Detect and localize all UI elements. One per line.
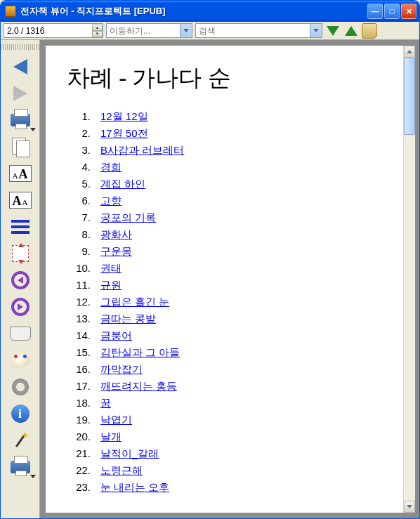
toolbar-grip[interactable]	[1, 44, 39, 50]
toc-item: 19.낙엽기	[67, 412, 382, 428]
toc-link[interactable]: 17원 50전	[100, 125, 148, 142]
toc-link[interactable]: 금붕어	[100, 327, 132, 344]
toc-link[interactable]: 꿈	[100, 395, 111, 412]
scroll-document-icon[interactable]	[362, 23, 377, 39]
toc-link[interactable]: 경희	[100, 159, 122, 176]
search-input[interactable]	[196, 24, 310, 37]
search-combo[interactable]	[195, 23, 322, 38]
prev-chapter-button[interactable]	[6, 268, 34, 293]
toc-item: 4.경희	[67, 159, 382, 176]
toc-number: 19.	[67, 412, 100, 428]
library-button[interactable]	[6, 321, 34, 346]
theme-button[interactable]	[6, 348, 34, 373]
navigate-dropdown-icon[interactable]	[180, 24, 192, 37]
minimize-button[interactable]: —	[367, 4, 383, 19]
vertical-scrollbar[interactable]	[403, 46, 415, 513]
printer-icon	[11, 114, 30, 126]
scroll-thumb[interactable]	[404, 58, 415, 135]
wand-icon	[11, 431, 29, 449]
toc-link[interactable]: 그립은 흘긴 눈	[100, 294, 169, 310]
info-button[interactable]: i	[6, 401, 34, 426]
circle-right-icon	[11, 298, 29, 316]
toc-number: 17.	[67, 378, 100, 395]
toc-number: 2.	[67, 125, 100, 142]
font-increase-button[interactable]: AA	[6, 161, 34, 186]
circle-left-icon	[11, 271, 29, 289]
toc-link[interactable]: 12월 12일	[100, 108, 148, 125]
toc-number: 23.	[67, 479, 100, 496]
toc-link[interactable]: 날개	[100, 428, 122, 445]
toc-link[interactable]: 날적이_갈래	[100, 445, 159, 462]
toc-link[interactable]: 금따는 콩밭	[100, 310, 156, 327]
print-button[interactable]	[6, 107, 34, 133]
app-icon	[5, 6, 16, 17]
left-toolbar: AA AA i	[1, 40, 40, 518]
toc-item: 8.광화사	[67, 226, 382, 243]
table-of-contents: 1.12월 12일2.17원 50전3.B사감과 러브레터4.경희5.계집 하인…	[67, 108, 382, 496]
navigate-input[interactable]	[107, 24, 180, 37]
toc-link[interactable]: 권태	[100, 260, 122, 277]
settings-button[interactable]	[6, 374, 34, 400]
toc-number: 14.	[67, 327, 100, 344]
triangle-down-icon	[327, 26, 339, 36]
scroll-track[interactable]	[404, 58, 415, 501]
font-decrease-button[interactable]: AA	[6, 188, 34, 213]
toc-item: 9.구운몽	[67, 243, 382, 260]
window-title: 전자책 뷰어 - 직지프로텍트 [EPUB]	[20, 5, 367, 18]
toc-number: 5.	[67, 176, 100, 192]
back-button[interactable]	[6, 54, 34, 79]
page-input[interactable]	[4, 24, 92, 37]
toc-item: 7.공포의 기록	[67, 209, 382, 226]
toc-number: 1.	[67, 108, 100, 125]
toc-link[interactable]: 구운몽	[100, 243, 132, 260]
maximize-button[interactable]: □	[384, 4, 400, 19]
close-button[interactable]: ✕	[401, 4, 416, 19]
navigate-combo[interactable]	[106, 23, 192, 38]
search-prev-button[interactable]	[343, 23, 359, 39]
forward-button[interactable]	[6, 81, 34, 106]
page-heading: 차례 - 가나다 순	[67, 63, 382, 94]
toc-link[interactable]: 낙엽기	[100, 412, 132, 428]
search-next-button[interactable]	[325, 23, 341, 39]
toc-item: 3.B사감과 러브레터	[67, 142, 382, 159]
toc-link[interactable]: 눈 내리는 오후	[100, 479, 169, 496]
scroll-down-button[interactable]	[404, 501, 415, 513]
export-button[interactable]	[6, 454, 34, 480]
toc-number: 13.	[67, 310, 100, 327]
toc-link[interactable]: B사감과 러브레터	[100, 142, 184, 159]
toc-item: 17.깨뜨려지는 홍등	[67, 378, 382, 395]
titlebar[interactable]: 전자책 뷰어 - 직지프로텍트 [EPUB] — □ ✕	[1, 1, 419, 22]
toc-link[interactable]: 까막잡기	[100, 361, 143, 378]
menu-icon	[11, 220, 29, 234]
search-dropdown-icon[interactable]	[310, 24, 322, 37]
toc-link[interactable]: 계집 하인	[100, 176, 145, 192]
page-spin-down[interactable]: ▼	[92, 31, 103, 37]
top-toolbar: ▲ ▼	[1, 22, 419, 40]
toc-item: 12.그립은 흘긴 눈	[67, 294, 382, 310]
toc-number: 12.	[67, 294, 100, 310]
next-chapter-button[interactable]	[6, 294, 34, 320]
wizard-button[interactable]	[6, 428, 34, 453]
toc-link[interactable]: 광화사	[100, 226, 132, 243]
toc-item: 15.김탄실과 그 아들	[67, 344, 382, 361]
menu-button[interactable]	[6, 214, 34, 239]
toc-link[interactable]: 고향	[100, 192, 122, 209]
toc-number: 10.	[67, 260, 100, 277]
toc-item: 23.눈 내리는 오후	[67, 479, 382, 496]
toc-number: 3.	[67, 142, 100, 159]
toc-link[interactable]: 규원	[100, 277, 122, 294]
font-small-icon: AA	[9, 192, 32, 209]
toc-item: 18.꿈	[67, 395, 382, 412]
page-spin-up[interactable]: ▲	[92, 25, 103, 31]
printer-icon	[11, 461, 30, 473]
toc-item: 13.금따는 콩밭	[67, 310, 382, 327]
toc-link[interactable]: 깨뜨려지는 홍등	[100, 378, 177, 395]
fullscreen-button[interactable]	[6, 241, 34, 266]
copy-button[interactable]	[6, 134, 34, 159]
scroll-up-button[interactable]	[404, 46, 415, 58]
toc-link[interactable]: 김탄실과 그 아들	[100, 344, 180, 361]
toc-number: 18.	[67, 395, 100, 412]
toc-link[interactable]: 노령근해	[100, 462, 143, 479]
page-spinbox[interactable]: ▲ ▼	[4, 23, 103, 38]
toc-link[interactable]: 공포의 기록	[100, 209, 156, 226]
